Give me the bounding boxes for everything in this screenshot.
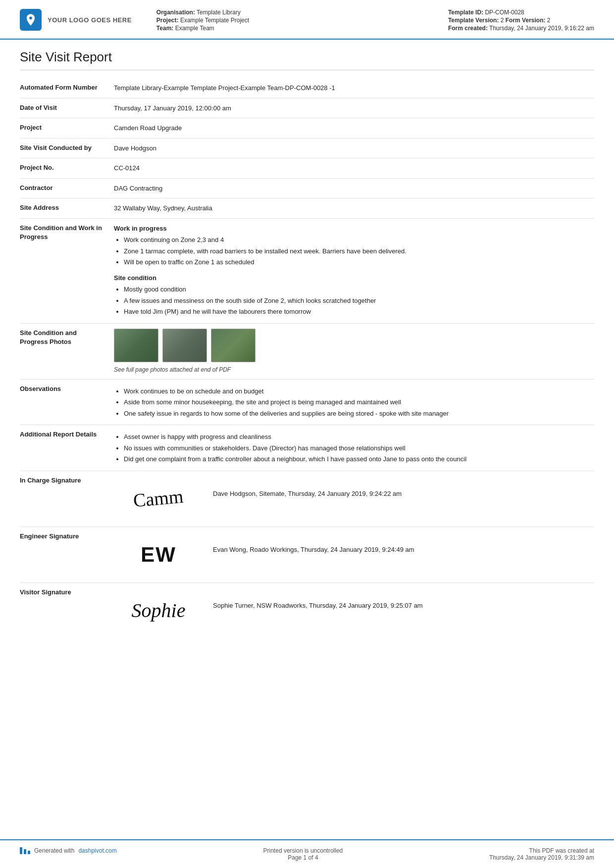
footer-page-text: Page 1 of 4 (263, 854, 343, 861)
dashpivot-link[interactable]: dashpivot.com (78, 847, 116, 854)
additional-row: Additional Report Details Asset owner is… (20, 425, 594, 471)
form-created-line: Form created: Thursday, 24 January 2019,… (448, 25, 594, 32)
in-charge-signature-info: Dave Hodgson, Sitemate, Thursday, 24 Jan… (213, 479, 594, 499)
project-line: Project: Example Template Project (156, 17, 438, 24)
in-charge-sig-label: In Charge Signature (20, 476, 114, 485)
template-version-label: Template Version: (448, 17, 499, 24)
site-condition-list: Mostly good condition A few issues and m… (124, 285, 594, 317)
footer-right-text: This PDF was created at (489, 847, 594, 854)
footer-bar-3 (28, 851, 30, 854)
site-bullet-3: Have told Jim (PM) and he will have the … (124, 307, 594, 317)
visitor-sig-value: Sophie Sophie Turner, NSW Roadworks, Thu… (114, 588, 594, 633)
photos-caption: See full page photos attached at end of … (114, 365, 594, 374)
footer: Generated with dashpivot.com Printed ver… (0, 839, 614, 868)
site-condition-value: Work in progress Work continuing on Zone… (114, 224, 594, 318)
visitor-sig-label: Visitor Signature (20, 588, 114, 597)
visitor-signature-info: Sophie Turner, NSW Roadworks, Thursday, … (213, 591, 594, 611)
project-no-value: CC-0124 (114, 163, 594, 173)
project-value: Camden Road Upgrade (114, 123, 594, 133)
organisation-line: Organisation: Template Library (156, 9, 438, 16)
form-version-value: 2 (547, 17, 551, 24)
site-bullet-2: A few issues and messiness on the south … (124, 296, 594, 306)
form-number-label: Automated Form Number (20, 83, 114, 92)
photo-thumb-3 (211, 329, 256, 362)
form-created-value: Thursday, 24 January 2019, 9:16:22 am (489, 25, 594, 32)
obs-bullet-2: Aside from some minor housekeeping, the … (124, 397, 594, 407)
logo-svg (24, 13, 38, 27)
site-address-label: Site Address (20, 203, 114, 212)
site-condition-label: Site Condition and Work in Progress (20, 224, 114, 241)
photo-thumb-1 (114, 329, 158, 362)
project-no-label: Project No. (20, 163, 114, 172)
work-in-progress-list: Work continuing on Zone 2,3 and 4 Zone 1… (124, 235, 594, 267)
contractor-value: DAG Contracting (114, 184, 594, 193)
form-number-value: Template Library-Example Template Projec… (114, 83, 594, 93)
project-no-row: Project No. CC-0124 (20, 158, 594, 179)
footer-bar-1 (20, 847, 22, 854)
header-meta: Organisation: Template Library Project: … (142, 9, 438, 33)
contractor-label: Contractor (20, 184, 114, 193)
in-charge-sig-value: Camm Dave Hodgson, Sitemate, Thursday, 2… (114, 476, 594, 522)
footer-center: Printed version is uncontrolled Page 1 o… (263, 847, 343, 861)
work-bullet-2: Zone 1 tarmac complete, with road barrie… (124, 246, 594, 256)
add-bullet-3: Did get one complaint from a traffic con… (124, 454, 594, 464)
logo-icon (20, 9, 42, 31)
add-bullet-2: No issues with communities or stakeholde… (124, 443, 594, 453)
observations-list: Work continues to be on schedule and on … (124, 386, 594, 419)
template-id-line: Template ID: DP-COM-0028 (448, 9, 594, 16)
form-number-row: Automated Form Number Template Library-E… (20, 78, 594, 98)
site-address-value: 32 Wallaby Way, Sydney, Australia (114, 203, 594, 213)
photos-label: Site Condition and Progress Photos (20, 329, 114, 346)
contractor-row: Contractor DAG Contracting (20, 179, 594, 199)
header: YOUR LOGO GOES HERE Organisation: Templa… (0, 0, 614, 40)
form-created-label: Form created: (448, 25, 488, 32)
template-version-line: Template Version: 2 Form Version: 2 (448, 17, 594, 24)
footer-logo (20, 847, 30, 854)
in-charge-signature-area: Camm Dave Hodgson, Sitemate, Thursday, 2… (114, 476, 594, 522)
obs-bullet-1: Work continues to be on schedule and on … (124, 386, 594, 396)
observations-row: Observations Work continues to be on sch… (20, 380, 594, 426)
team-label: Team: (156, 25, 173, 32)
report-title: Site Visit Report (20, 49, 594, 70)
photos-row: Site Condition and Progress Photos See f… (20, 324, 594, 380)
footer-right-date: Thursday, 24 January 2019, 9:31:39 am (489, 854, 594, 861)
obs-bullet-3: One safety issue in regards to how some … (124, 409, 594, 419)
additional-list: Asset owner is happy with progress and c… (124, 432, 594, 464)
footer-right: This PDF was created at Thursday, 24 Jan… (489, 847, 594, 861)
footer-center-text: Printed version is uncontrolled (263, 847, 343, 854)
engineer-sig-value: EW Evan Wong, Roado Workings, Thursday, … (114, 532, 594, 578)
project-value: Example Template Project (180, 17, 249, 24)
date-of-visit-label: Date of Visit (20, 103, 114, 112)
engineer-signature-area: EW Evan Wong, Roado Workings, Thursday, … (114, 532, 594, 578)
engineer-sig-row: Engineer Signature EW Evan Wong, Roado W… (20, 527, 594, 583)
project-label: Project: (156, 17, 179, 24)
site-condition-heading: Site condition (114, 273, 594, 283)
team-value: Example Team (175, 25, 214, 32)
form-version-label: Form Version: (506, 17, 546, 24)
visitor-signature-area: Sophie Sophie Turner, NSW Roadworks, Thu… (114, 588, 594, 633)
site-address-row: Site Address 32 Wallaby Way, Sydney, Aus… (20, 198, 594, 219)
template-id-value: DP-COM-0028 (485, 9, 524, 16)
page: YOUR LOGO GOES HERE Organisation: Templa… (0, 0, 614, 868)
organisation-value: Template Library (197, 9, 241, 16)
additional-label: Additional Report Details (20, 430, 114, 439)
logo-area: YOUR LOGO GOES HERE (20, 9, 132, 31)
photo-thumbnails (114, 329, 594, 362)
in-charge-signature-box: Camm (114, 479, 203, 519)
visitor-signature-box: Sophie (114, 591, 203, 630)
work-in-progress-heading: Work in progress (114, 224, 594, 234)
engineer-sig-label: Engineer Signature (20, 532, 114, 541)
site-visit-conducted-label: Site Visit Conducted by (20, 144, 114, 152)
generated-text: Generated with (34, 847, 74, 854)
site-bullet-1: Mostly good condition (124, 285, 594, 294)
project-row: Project Camden Road Upgrade (20, 118, 594, 139)
engineer-signature-box: EW (114, 535, 203, 575)
photo-thumb-2 (162, 329, 207, 362)
engineer-signature-info: Evan Wong, Roado Workings, Thursday, 24 … (213, 535, 594, 555)
observations-label: Observations (20, 385, 114, 393)
project-label: Project (20, 123, 114, 132)
in-charge-sig-row: In Charge Signature Camm Dave Hodgson, S… (20, 471, 594, 527)
date-of-visit-row: Date of Visit Thursday, 17 January 2019,… (20, 98, 594, 119)
observations-value: Work continues to be on schedule and on … (114, 385, 594, 420)
template-version-value: 2 (501, 17, 504, 24)
